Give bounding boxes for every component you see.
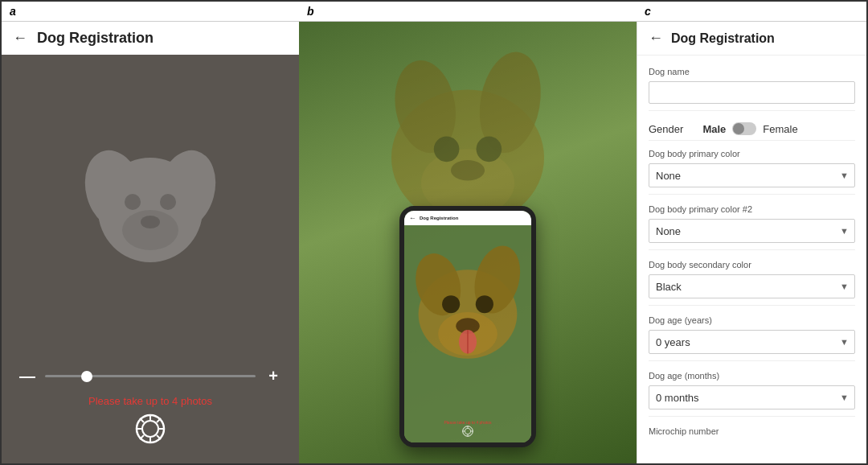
age-months-dropdown[interactable]: 0 months [649, 385, 855, 409]
svg-point-5 [160, 194, 176, 210]
primary-color2-dropdown[interactable]: None [649, 219, 855, 243]
svg-point-6 [141, 216, 160, 228]
phone-shutter-icon [404, 426, 531, 439]
section-labels-row: a b c [2, 2, 866, 22]
gender-toggle[interactable] [732, 122, 756, 135]
slider-thumb[interactable] [81, 371, 92, 382]
secondary-color-dropdown[interactable]: Black [649, 274, 855, 298]
panel-c-back-button[interactable]: ← [649, 30, 663, 47]
age-years-label: Dog age (years) [649, 315, 855, 325]
panel-a: ← Dog Registration [2, 22, 299, 463]
gender-row: Gender Male Female [649, 117, 855, 141]
dog-name-input[interactable] [649, 81, 855, 104]
primary-color2-label: Dog body primary color #2 [649, 204, 855, 214]
divider-3 [649, 249, 855, 250]
dog-icon [70, 126, 231, 286]
gender-male-label: Male [702, 123, 726, 135]
shutter-icon-a[interactable] [135, 414, 166, 451]
age-years-wrapper: 0 years ▼ [649, 330, 855, 354]
panel-a-back-button[interactable]: ← [13, 30, 27, 47]
phone-photo-prompt: Please take up to 4 photos [404, 420, 531, 425]
svg-point-22 [477, 137, 502, 163]
panel-b: ← Dog Registration [299, 22, 637, 463]
dog-name-label: Dog name [649, 67, 855, 76]
svg-point-23 [451, 160, 485, 180]
primary-color-label: Dog body primary color [649, 149, 855, 158]
secondary-color-wrapper: Black ▼ [649, 274, 855, 298]
phone-back-arrow: ← [409, 214, 416, 222]
slider-track[interactable] [45, 375, 256, 377]
divider-5 [649, 360, 855, 361]
age-years-dropdown[interactable]: 0 years [649, 330, 855, 354]
secondary-color-label: Dog body secondary color [649, 260, 855, 270]
panel-c: ← Dog Registration Dog name Gender Male … [637, 22, 866, 463]
phone-dog-image [404, 225, 531, 442]
section-label-c: c [637, 5, 866, 18]
phone-mockup: ← Dog Registration [399, 206, 536, 447]
section-label-a: a [2, 5, 299, 18]
svg-point-21 [434, 137, 460, 163]
panel-c-title: Dog Registration [671, 31, 775, 46]
primary-color2-wrapper: None ▼ [649, 219, 855, 243]
divider-1 [649, 110, 855, 111]
microchip-label: Microchip number [649, 426, 855, 436]
gender-female-label: Female [763, 123, 797, 135]
svg-point-4 [125, 194, 141, 210]
slider-plus-button[interactable]: + [264, 367, 283, 385]
slider-area: — + [2, 357, 299, 395]
panel-a-title: Dog Registration [37, 30, 154, 47]
phone-screen: ← Dog Registration [404, 211, 531, 442]
panel-c-header: ← Dog Registration [637, 22, 866, 56]
age-months-wrapper: 0 months ▼ [649, 385, 855, 409]
divider-4 [649, 305, 855, 306]
age-months-label: Dog age (months) [649, 371, 855, 381]
primary-color-wrapper: None ▼ [649, 163, 855, 187]
panel-a-header: ← Dog Registration [2, 22, 299, 55]
registration-form: Dog name Gender Male Female Dog body pri… [637, 56, 866, 444]
slider-minus-button[interactable]: — [18, 367, 37, 385]
photo-prompt-a: Please take up to 4 photos [88, 395, 212, 407]
svg-point-8 [142, 421, 158, 437]
section-label-b: b [299, 5, 637, 18]
divider-2 [649, 194, 855, 195]
phone-screen-content: Please take up to 4 photos [404, 225, 531, 442]
gender-label: Gender [649, 123, 683, 135]
phone-title: Dog Registration [420, 216, 458, 220]
dog-icon-area [2, 55, 299, 357]
divider-6 [649, 416, 855, 417]
svg-point-35 [465, 428, 470, 434]
phone-header: ← Dog Registration [404, 211, 531, 225]
svg-point-29 [442, 295, 460, 313]
primary-color-dropdown[interactable]: None [649, 163, 855, 187]
svg-point-30 [476, 295, 493, 313]
